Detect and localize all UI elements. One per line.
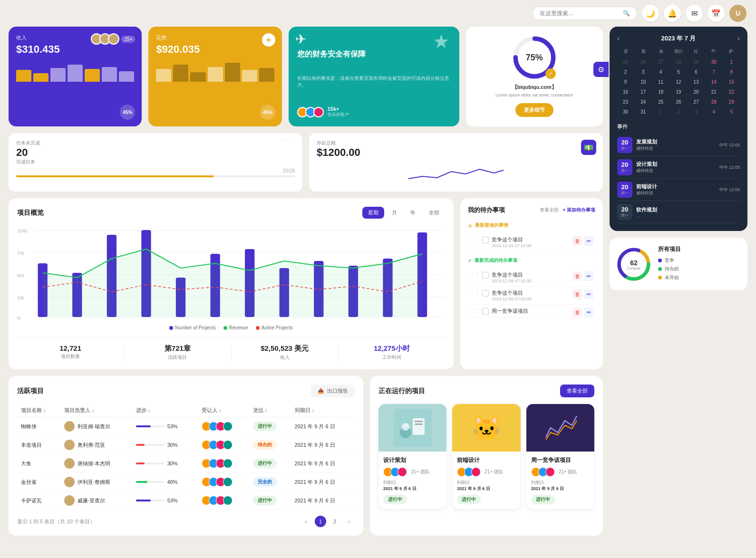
calendar-day-cell[interactable]: 23 (617, 97, 634, 106)
todo-delete-button[interactable]: 🗑 (572, 271, 582, 281)
bar (242, 70, 257, 82)
calendar-day-cell[interactable]: 11 (652, 77, 669, 87)
calendar-day-cell[interactable]: 15 (723, 77, 740, 87)
settings-button[interactable]: ⚙ (593, 62, 609, 77)
calendar-day-cell[interactable]: 9 (617, 77, 634, 87)
todo-delete-button[interactable]: 🗑 (572, 289, 582, 299)
todo-delete-button[interactable]: 🗑 (572, 308, 582, 317)
project-card[interactable]: 周一竞争该项目 21+ 团队 到期日2021 年 9 月 6 日 进行中 (526, 404, 594, 509)
calendar-event-item[interactable]: 20 周一 设计策划 威特科技 中午 12:05 (617, 156, 740, 179)
calendar-day-cell[interactable]: 28 (670, 58, 687, 67)
drag-handle-icon[interactable]: ⋮⋮ (470, 308, 479, 313)
page-2-button[interactable]: 2 (329, 516, 340, 527)
calendar-event-item[interactable]: 20 周一 发展规划 威特科技 中午 12:05 (617, 134, 740, 156)
todo-checkbox[interactable] (482, 272, 489, 279)
calendar-day-cell[interactable]: 16 (617, 87, 634, 96)
calendar-today[interactable]: 21 (707, 89, 721, 95)
calendar-day-cell[interactable]: 5 (723, 107, 740, 116)
search-input[interactable] (540, 10, 619, 17)
calendar-day-cell[interactable]: 14 (706, 77, 722, 87)
tab-week[interactable]: 星期 (362, 207, 384, 219)
calendar-day-cell[interactable]: 30 (706, 58, 722, 67)
todo-delete-button[interactable]: 🗑 (572, 236, 582, 246)
tab-all[interactable]: 全部 (423, 207, 445, 219)
project-card[interactable]: 设计策划 21+ 团队 到期日2021 年 9 月 6 日 进行中 (378, 404, 446, 509)
cal-prev-button[interactable]: ‹ (617, 34, 620, 43)
theme-toggle[interactable]: 🌙 (642, 5, 659, 22)
calendar-day-cell[interactable]: 1 (652, 107, 669, 116)
calendar-day-cell[interactable]: 26 (635, 58, 651, 67)
export-button[interactable]: 📤 出口报告 (311, 385, 355, 397)
calendar-day-cell[interactable]: 29 (723, 97, 740, 106)
calendar-day-cell[interactable]: 22 (723, 87, 740, 96)
calendar-event-item[interactable]: 20 周一 软件规划 ... (617, 201, 740, 223)
calendar-day-cell[interactable]: 31 (635, 107, 651, 116)
tab-year[interactable]: 年 (405, 207, 421, 219)
col-assignees[interactable]: 受让人 ↕ (198, 404, 249, 417)
calendar-day-cell[interactable]: 20 (688, 87, 705, 96)
drag-handle-icon[interactable]: ⋮⋮ (470, 271, 479, 277)
todo-checkbox[interactable] (482, 237, 489, 243)
calendar-day-cell[interactable]: 19 (670, 87, 687, 96)
calendar-day-cell[interactable]: 18 (652, 87, 669, 96)
calendar-button[interactable]: 📅 (708, 5, 725, 22)
calendar-day-cell[interactable]: 10 (635, 77, 651, 87)
calendar-day-cell[interactable]: 4 (652, 67, 669, 77)
calendar-day-cell[interactable]: 27 (652, 58, 669, 67)
todo-checkbox[interactable] (482, 290, 489, 297)
col-due[interactable]: 到期日 ↕ (291, 404, 355, 417)
col-progress[interactable]: 进步 ↕ (132, 404, 198, 417)
todo-edit-button[interactable]: ✏ (584, 271, 593, 281)
calendar-day-cell[interactable]: 29 (688, 58, 705, 67)
bar (102, 67, 117, 82)
calendar-event-item[interactable]: 20 周一 前端设计 威特科技 中午 12:05 (617, 179, 740, 201)
more-details-button[interactable]: 更多细节 (515, 103, 553, 117)
todo-view-all[interactable]: 查看全部 (540, 207, 559, 213)
todo-edit-button[interactable]: ✏ (584, 289, 593, 299)
calendar-day-cell[interactable]: 21 (706, 87, 722, 96)
tab-month[interactable]: 月 (386, 207, 403, 219)
add-expense-button[interactable]: + (262, 33, 275, 47)
calendar-day-cell[interactable]: 3 (688, 107, 705, 116)
col-status[interactable]: 龙位 ↕ (249, 404, 291, 417)
view-all-button[interactable]: 查看全部 (560, 385, 594, 397)
calendar-day-cell[interactable]: 30 (617, 107, 634, 116)
calendar-day-cell[interactable]: 2 (670, 107, 687, 116)
todo-edit-button[interactable]: ✏ (584, 236, 593, 246)
cal-event-org: 威特科技 (636, 190, 716, 196)
calendar-day-cell[interactable]: 6 (688, 67, 705, 77)
calendar-day-cell[interactable]: 28 (706, 97, 722, 106)
calendar-day-cell[interactable]: 25 (652, 97, 669, 106)
calendar-day-cell[interactable]: 25 (617, 58, 634, 67)
page-1-button[interactable]: 1 (315, 516, 326, 527)
svg-marker-24 (43, 249, 422, 317)
calendar-day-cell[interactable]: 13 (688, 77, 705, 87)
todo-edit-button[interactable]: ✏ (584, 308, 593, 317)
drag-handle-icon[interactable]: ⋮⋮ (470, 289, 479, 295)
calendar-day-cell[interactable]: 1 (723, 58, 740, 67)
calendar-day-cell[interactable]: 17 (635, 87, 651, 96)
calendar-day-cell[interactable]: 24 (635, 97, 651, 106)
todo-checkbox[interactable] (482, 308, 489, 315)
calendar-day-cell[interactable]: 3 (635, 67, 651, 77)
mail-button[interactable]: ✉ (686, 5, 703, 22)
calendar-day-cell[interactable]: 2 (617, 67, 634, 77)
col-manager[interactable]: 项目负责人 ↕ (60, 404, 132, 417)
calendar-day-cell[interactable]: 8 (723, 67, 740, 77)
calendar-day-cell[interactable]: 5 (670, 67, 687, 77)
calendar-day-cell[interactable]: 7 (706, 67, 722, 77)
drag-handle-icon[interactable]: ⋮⋮ (470, 236, 479, 241)
calendar-day-cell[interactable]: 26 (670, 97, 687, 106)
prev-page-button[interactable]: ‹ (300, 516, 312, 527)
next-page-button[interactable]: › (343, 516, 355, 527)
user-avatar[interactable]: U (729, 5, 746, 22)
calendar-day-cell[interactable]: 4 (706, 107, 722, 116)
calendar-day-cell[interactable]: 12 (670, 77, 687, 87)
search-box[interactable]: 🔍 (533, 7, 637, 20)
project-card[interactable]: 🐱 前端设计 21+ 团队 到期日2021 年 9 月 6 日 进行中 (452, 404, 520, 509)
calendar-day-cell[interactable]: 27 (688, 97, 705, 106)
notifications-button[interactable]: 🔔 (664, 5, 681, 22)
col-name[interactable]: 项目名称 ↕ (17, 404, 60, 417)
todo-add-button[interactable]: + 添加待办事项 (562, 207, 595, 213)
cal-next-button[interactable]: › (737, 34, 740, 43)
